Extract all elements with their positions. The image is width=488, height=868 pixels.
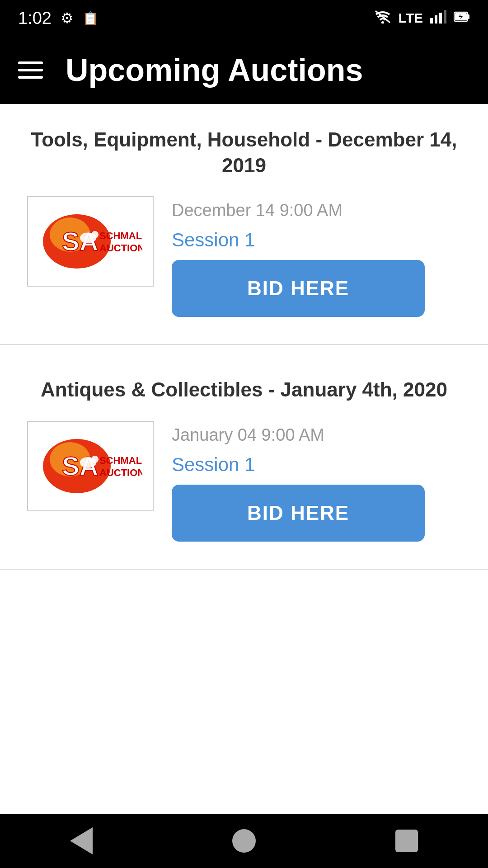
status-bar: 1:02 ⚙ 📋 LTE — [0, 0, 488, 36]
auction-detail-row-1: SA SCHMALZ AUCTIONS December 14 9:00 AM … — [27, 196, 461, 317]
status-time: 1:02 — [18, 9, 52, 28]
svg-rect-4 — [439, 13, 442, 24]
status-left: 1:02 ⚙ 📋 — [18, 9, 99, 28]
auction-date-2: January 04 9:00 AM — [172, 425, 461, 445]
page-title: Upcoming Auctions — [66, 52, 363, 88]
svg-point-0 — [381, 21, 384, 24]
status-right: LTE — [374, 9, 470, 27]
hamburger-line-2 — [18, 69, 43, 71]
divider-2 — [0, 569, 488, 570]
signal-icon — [430, 9, 446, 27]
hamburger-line-1 — [18, 61, 43, 64]
home-button[interactable] — [232, 829, 256, 853]
clipboard-icon: 📋 — [83, 11, 99, 26]
auction-info-2: January 04 9:00 AM Session 1 BID HERE — [172, 421, 461, 542]
auction-title-2: Antiques & Collectibles - January 4th, 2… — [27, 377, 461, 402]
auction-title-1: Tools, Equipment, Household - December 1… — [27, 127, 461, 178]
schmalz-logo-2: SA SCHMALZ AUCTIONS — [38, 430, 142, 502]
auction-logo-2: SA SCHMALZ AUCTIONS — [27, 421, 154, 511]
schmalz-logo-1: SA SCHMALZ AUCTIONS — [38, 205, 142, 278]
divider-1 — [0, 344, 488, 345]
auction-session-2[interactable]: Session 1 — [172, 454, 461, 476]
auction-session-1[interactable]: Session 1 — [172, 229, 461, 251]
svg-point-20 — [91, 456, 99, 463]
auction-logo-1: SA SCHMALZ AUCTIONS — [27, 196, 154, 287]
svg-text:AUCTIONS: AUCTIONS — [99, 467, 142, 478]
wifi-icon — [374, 10, 391, 27]
auctions-list: Tools, Equipment, Household - December 1… — [0, 104, 488, 669]
battery-icon — [454, 10, 470, 27]
auction-item-1: Tools, Equipment, Household - December 1… — [0, 104, 488, 335]
bottom-nav — [0, 814, 488, 868]
svg-rect-2 — [430, 18, 433, 24]
back-icon — [70, 827, 93, 854]
svg-text:SCHMALZ: SCHMALZ — [99, 455, 142, 466]
auction-info-1: December 14 9:00 AM Session 1 BID HERE — [172, 196, 461, 317]
svg-point-13 — [91, 231, 99, 238]
bid-button-1[interactable]: BID HERE — [172, 260, 425, 317]
svg-rect-7 — [468, 14, 469, 19]
svg-text:AUCTIONS: AUCTIONS — [99, 242, 142, 254]
recent-icon — [395, 830, 418, 852]
bid-button-2[interactable]: BID HERE — [172, 485, 425, 542]
hamburger-line-3 — [18, 76, 43, 79]
svg-rect-5 — [444, 10, 446, 24]
svg-text:SCHMALZ: SCHMALZ — [99, 230, 142, 241]
back-button[interactable] — [70, 827, 93, 854]
auction-detail-row-2: SA SCHMALZ AUCTIONS January 04 9:00 AM S… — [27, 421, 461, 542]
menu-button[interactable] — [18, 61, 43, 79]
app-bar: Upcoming Auctions — [0, 36, 488, 104]
lte-label: LTE — [399, 10, 423, 26]
auction-item-2: Antiques & Collectibles - January 4th, 2… — [0, 354, 488, 559]
recent-button[interactable] — [395, 830, 418, 852]
settings-icon: ⚙ — [61, 9, 74, 27]
auction-date-1: December 14 9:00 AM — [172, 201, 461, 220]
svg-rect-3 — [435, 15, 437, 24]
home-icon — [232, 829, 256, 853]
